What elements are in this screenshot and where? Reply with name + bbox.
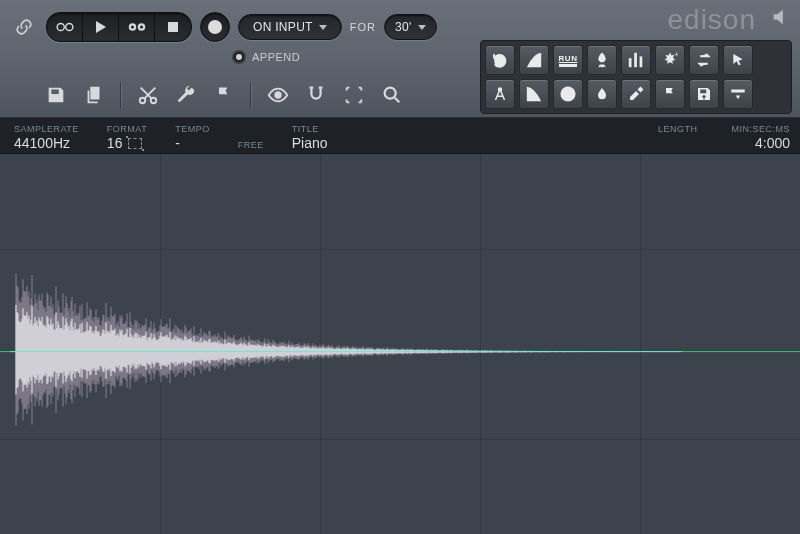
swap-tool[interactable] (689, 45, 719, 75)
format-label: FORMAT (107, 124, 147, 134)
samplerate-value: 44100Hz (14, 135, 79, 151)
title-field: TITLE Piano (292, 124, 328, 151)
loop-button[interactable] (47, 13, 83, 41)
save-icon[interactable] (44, 83, 68, 107)
wrench-icon[interactable] (174, 83, 198, 107)
radio-icon (232, 50, 246, 64)
brand-label: edison (667, 4, 756, 36)
transport-pill-group (46, 12, 192, 42)
separator (120, 82, 122, 108)
info-right: LENGTH MIN:SEC:MS 4:000 (658, 124, 790, 151)
compass-tool[interactable] (485, 79, 515, 109)
minsecms-value: 4:000 (731, 135, 790, 151)
svg-point-15 (499, 88, 502, 91)
clock-tool[interactable] (553, 79, 583, 109)
append-toggle[interactable]: APPEND (232, 50, 300, 64)
tempo-field: TEMPO - (175, 124, 210, 151)
svg-point-1 (65, 23, 72, 30)
eq-tool[interactable] (621, 45, 651, 75)
svg-point-0 (57, 23, 64, 30)
free-field: FREE (238, 140, 264, 151)
link-icon[interactable] (10, 13, 38, 41)
format-value: 16 (107, 135, 123, 151)
record-mode-dropdown[interactable]: ON INPUT (238, 14, 342, 40)
drop-tool[interactable] (587, 79, 617, 109)
drag-to-track-tool[interactable] (723, 79, 753, 109)
waveform-area[interactable] (0, 154, 800, 534)
copy-icon[interactable] (82, 83, 106, 107)
title-label: TITLE (292, 124, 328, 134)
play-button[interactable] (83, 13, 119, 41)
tempo-label: TEMPO (175, 124, 210, 134)
minsecms-label: MIN:SEC:MS (731, 124, 790, 134)
stop-button[interactable] (155, 13, 191, 41)
fade-out-tool[interactable] (519, 79, 549, 109)
save-to-disk-tool[interactable] (689, 79, 719, 109)
svg-point-4 (131, 26, 134, 29)
samplerate-label: SAMPLERATE (14, 124, 79, 134)
time-field: MIN:SEC:MS 4:000 (731, 124, 790, 151)
cut-icon[interactable] (136, 83, 160, 107)
reels-button[interactable] (119, 13, 155, 41)
svg-rect-17 (731, 90, 745, 93)
zoom-icon[interactable] (380, 83, 404, 107)
format-field: FORMAT 16 (107, 124, 147, 151)
snap-icon[interactable] (304, 83, 328, 107)
chevron-down-icon (418, 25, 426, 30)
effects-tool-panel: RUN + (480, 40, 792, 114)
eye-icon[interactable] (266, 83, 290, 107)
run-script-tool[interactable]: RUN (553, 45, 583, 75)
free-label: FREE (238, 140, 264, 150)
for-label: FOR (350, 21, 376, 33)
svg-point-5 (140, 26, 143, 29)
svg-rect-11 (629, 58, 632, 67)
chevron-down-icon (319, 25, 327, 30)
fade-in-tool[interactable] (519, 45, 549, 75)
flag-icon[interactable] (212, 83, 236, 107)
selection-icon[interactable] (342, 83, 366, 107)
tune-plus-tool[interactable]: + (655, 45, 685, 75)
record-duration-dropdown[interactable]: 30' (384, 14, 437, 40)
speaker-icon[interactable] (770, 6, 792, 28)
svg-text:+: + (675, 51, 679, 58)
brush-tool[interactable] (621, 79, 651, 109)
run-label: RUN (559, 54, 578, 67)
tempo-value: - (175, 135, 210, 151)
svg-point-10 (385, 88, 396, 99)
record-button[interactable] (200, 12, 230, 42)
svg-point-8 (151, 98, 157, 104)
record-mode-label: ON INPUT (253, 20, 313, 34)
transport-controls: ON INPUT FOR 30' (10, 12, 437, 42)
cursor-tool[interactable] (723, 45, 753, 75)
append-label: APPEND (252, 51, 300, 63)
length-label: LENGTH (658, 124, 698, 134)
undo-tool[interactable] (485, 45, 515, 75)
format-box-icon (128, 138, 142, 149)
record-icon (208, 20, 222, 34)
svg-rect-12 (634, 53, 637, 67)
waveform-canvas (0, 154, 800, 534)
separator (250, 82, 252, 108)
svg-rect-13 (640, 56, 643, 67)
samplerate-field: SAMPLERATE 44100Hz (14, 124, 79, 151)
length-field: LENGTH (658, 124, 698, 151)
svg-point-9 (275, 92, 281, 98)
rocket-tool[interactable] (587, 45, 617, 75)
marker-tool[interactable] (655, 79, 685, 109)
file-toolbar (44, 82, 404, 108)
top-toolbar: ON INPUT FOR 30' APPEND edison (0, 0, 800, 118)
record-duration-label: 30' (395, 20, 412, 34)
svg-rect-6 (168, 22, 178, 32)
svg-point-7 (140, 98, 146, 104)
info-strip: SAMPLERATE 44100Hz FORMAT 16 TEMPO - FRE… (0, 118, 800, 154)
title-value: Piano (292, 135, 328, 151)
